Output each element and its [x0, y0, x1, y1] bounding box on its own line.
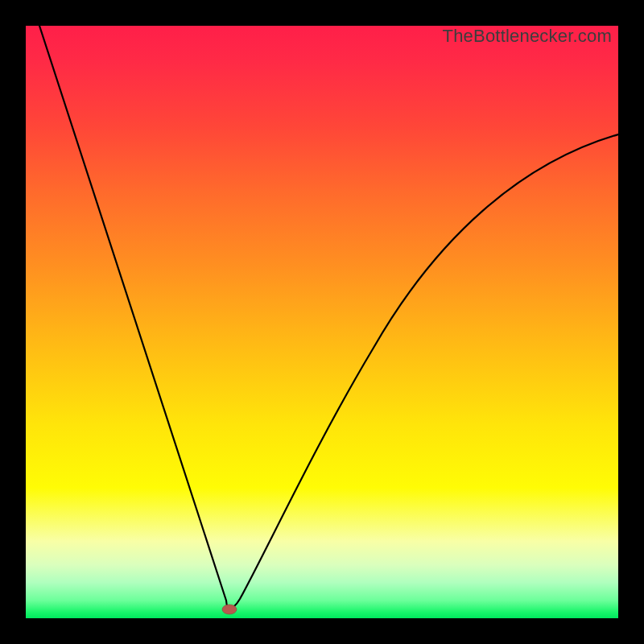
plot-area: TheBottlenecker.com — [26, 26, 618, 618]
curve-svg — [26, 26, 618, 618]
curve-min-marker — [222, 605, 237, 614]
attribution-label: TheBottlenecker.com — [443, 26, 612, 47]
bottleneck-curve — [39, 26, 618, 609]
chart-frame: TheBottlenecker.com — [0, 0, 644, 644]
